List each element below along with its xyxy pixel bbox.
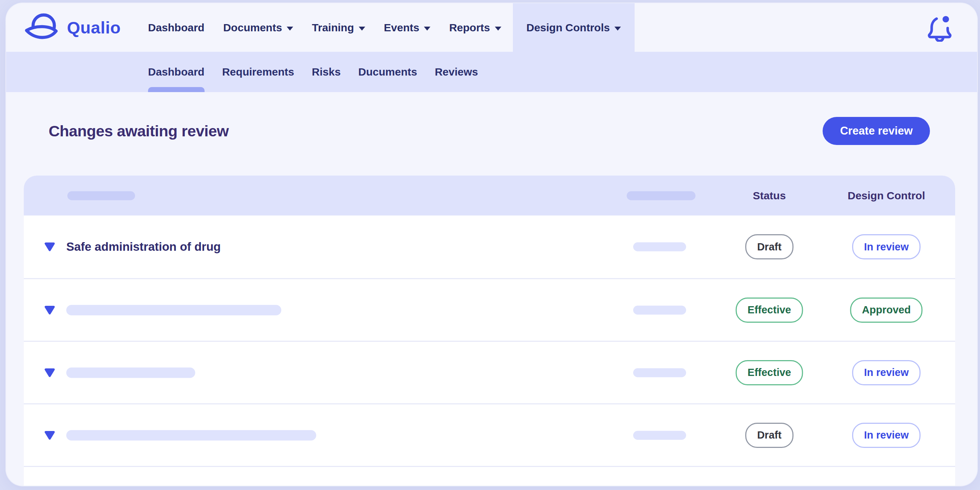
subnav-item-requirements[interactable]: Requirements <box>222 52 294 92</box>
row-title-placeholder <box>66 430 316 440</box>
nav-item-dashboard[interactable]: Dashboard <box>148 3 205 52</box>
row-meta-placeholder <box>633 305 686 314</box>
nav-item-label: Training <box>312 22 354 34</box>
chevron-down-icon <box>359 27 365 30</box>
table-row[interactable]: Effective Approved <box>24 278 955 341</box>
row-expand-toggle[interactable] <box>44 241 56 252</box>
brand[interactable]: Qualio <box>24 3 121 52</box>
chevron-down-icon <box>424 27 430 30</box>
main-nav: Dashboard Documents Training Events Repo… <box>148 3 635 52</box>
design-control-badge: In review <box>852 360 921 385</box>
nav-item-label: Reports <box>449 22 490 34</box>
design-control-badge: In review <box>852 234 921 259</box>
sub-nav: Dashboard Requirements Risks Ducuments R… <box>148 52 478 92</box>
row-expand-toggle[interactable] <box>44 367 56 378</box>
nav-item-reports[interactable]: Reports <box>449 3 501 52</box>
design-control-badge: Approved <box>850 298 923 323</box>
nav-item-label: Events <box>384 22 419 34</box>
table-header: Status Design Control <box>24 176 955 216</box>
status-badge: Effective <box>736 360 803 385</box>
nav-item-design-controls[interactable]: Design Controls <box>513 3 635 52</box>
nav-item-documents[interactable]: Documents <box>223 3 293 52</box>
top-nav-bar: Qualio Dashboard Documents Training Even… <box>6 3 977 52</box>
chevron-down-icon <box>495 27 501 30</box>
row-meta-placeholder <box>633 431 686 440</box>
column-header-status: Status <box>753 190 786 202</box>
table-row[interactable]: Safe administration of drug Draft In rev… <box>24 216 955 278</box>
status-badge: Draft <box>745 423 794 448</box>
design-control-badge: In review <box>852 423 921 448</box>
subnav-item-label: Ducuments <box>358 66 417 78</box>
subnav-item-risks[interactable]: Risks <box>312 52 341 92</box>
subnav-item-label: Reviews <box>435 66 478 78</box>
subnav-item-ducuments[interactable]: Ducuments <box>358 52 417 92</box>
subnav-item-dashboard[interactable]: Dashboard <box>148 52 205 92</box>
subnav-item-label: Requirements <box>222 66 294 78</box>
create-review-button[interactable]: Create review <box>822 117 930 145</box>
chevron-down-icon <box>287 27 293 30</box>
row-title-placeholder <box>66 305 281 315</box>
chevron-down-icon <box>614 27 621 30</box>
nav-item-label: Dashboard <box>148 22 205 34</box>
page-header: Changes awaiting review Create review <box>49 106 930 156</box>
row-title-placeholder <box>66 367 195 378</box>
row-title[interactable]: Safe administration of drug <box>66 240 221 254</box>
notifications-bell-button[interactable] <box>928 14 952 42</box>
header-name-placeholder <box>67 191 135 200</box>
qualio-logo-icon <box>24 8 62 48</box>
app-window: Qualio Dashboard Documents Training Even… <box>6 3 977 486</box>
subnav-item-reviews[interactable]: Reviews <box>435 52 478 92</box>
bell-icon <box>928 37 952 43</box>
table-row[interactable]: Effective In review <box>24 341 955 403</box>
row-meta-placeholder <box>633 243 686 252</box>
column-header-design-control: Design Control <box>848 190 925 202</box>
nav-item-training[interactable]: Training <box>312 3 365 52</box>
row-expand-toggle[interactable] <box>44 305 56 316</box>
header-meta-placeholder <box>627 191 695 200</box>
row-expand-toggle[interactable] <box>44 430 56 441</box>
nav-item-label: Design Controls <box>527 22 610 34</box>
sub-nav-bar: Dashboard Requirements Risks Ducuments R… <box>6 52 977 92</box>
status-badge: Draft <box>745 234 794 259</box>
table-row[interactable]: Draft In review <box>24 403 955 466</box>
subnav-item-label: Risks <box>312 66 341 78</box>
nav-item-events[interactable]: Events <box>384 3 430 52</box>
row-meta-placeholder <box>633 368 686 377</box>
nav-item-label: Documents <box>223 22 282 34</box>
subnav-item-label: Dashboard <box>148 66 205 78</box>
changes-table: Status Design Control Safe administratio… <box>24 176 955 486</box>
page-title: Changes awaiting review <box>49 122 229 140</box>
table-row-partial <box>24 466 955 486</box>
status-badge: Effective <box>736 298 803 323</box>
brand-name: Qualio <box>67 17 121 37</box>
